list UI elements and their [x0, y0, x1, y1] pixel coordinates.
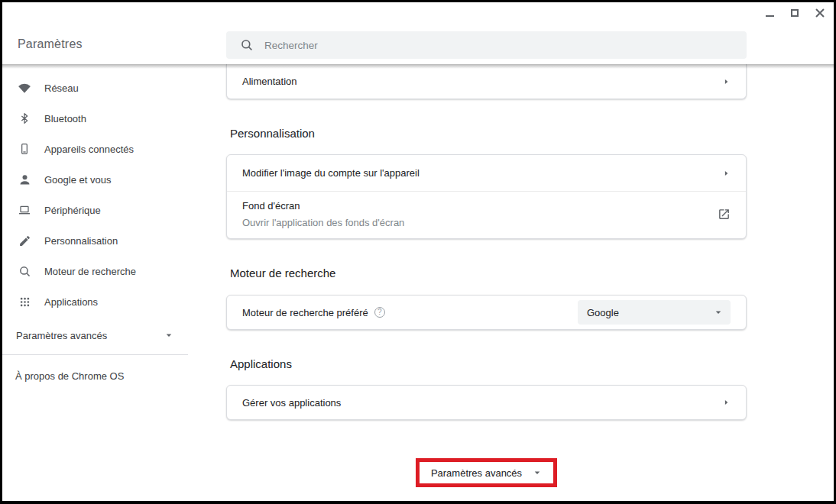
apps-grid-icon — [18, 296, 31, 308]
manage-apps-row[interactable]: Gérer vos applications — [227, 386, 746, 419]
sidebar-item-label: Personnalisation — [44, 235, 118, 247]
wifi-icon — [18, 81, 31, 95]
wallpaper-row[interactable]: Fond d'écran Ouvrir l'application des fo… — [227, 192, 746, 238]
sidebar-item-apps[interactable]: Applications — [2, 286, 226, 317]
sidebar-item-label: Réseau — [44, 82, 79, 94]
row-label: Gérer vos applications — [242, 397, 341, 409]
sidebar-item-personalization[interactable]: Personnalisation — [2, 225, 226, 256]
chevron-down-icon — [714, 308, 723, 317]
screenshot-frame: Paramètres — [0, 0, 836, 504]
sidebar-item-label: Google et vous — [44, 174, 111, 186]
sidebar-item-search-engine[interactable]: Moteur de recherche — [2, 256, 226, 286]
section-header-apps: Applications — [230, 357, 747, 370]
subpage-arrow-icon — [722, 169, 731, 178]
sidebar-item-label: Appareils connectés — [44, 144, 134, 155]
sidebar-item-bluetooth[interactable]: Bluetooth — [2, 103, 226, 134]
toolbar-shadow — [2, 64, 834, 69]
sidebar-item-device[interactable]: Périphérique — [2, 195, 226, 225]
laptop-icon — [18, 204, 31, 216]
change-account-picture-row[interactable]: Modifier l'image du compte sur l'apparei… — [227, 155, 746, 191]
row-label: Moteur de recherche préféré — [242, 307, 368, 318]
chevron-down-icon — [164, 331, 173, 340]
subpage-arrow-icon — [722, 398, 731, 407]
section-header-search-engine: Moteur de recherche — [230, 267, 747, 279]
subpage-arrow-icon — [722, 77, 731, 86]
power-row[interactable]: Alimentation — [227, 64, 746, 99]
close-icon — [815, 8, 825, 18]
search-input[interactable] — [264, 40, 737, 51]
row-sublabel: Ouvrir l'application des fonds d'écran — [242, 217, 404, 228]
bluetooth-icon — [18, 111, 31, 125]
sidebar-item-network[interactable]: Réseau — [2, 73, 226, 103]
select-value: Google — [587, 307, 619, 318]
toolbar: Paramètres — [2, 2, 834, 64]
maximize-icon — [791, 9, 799, 17]
row-label: Modifier l'image du compte sur l'apparei… — [242, 167, 420, 179]
search-icon — [18, 265, 31, 278]
main-area: Réseau Bluetooth — [2, 64, 834, 501]
maximize-button[interactable] — [787, 5, 802, 21]
search-icon — [240, 38, 254, 52]
apps-card: Gérer vos applications — [226, 385, 747, 420]
sidebar-divider — [2, 354, 188, 355]
sidebar-item-label: Applications — [44, 296, 98, 308]
chevron-down-icon — [533, 468, 542, 477]
annotation-highlight-box: Paramètres avancés — [416, 458, 557, 487]
power-card: Alimentation — [226, 64, 747, 99]
open-in-new-icon — [718, 208, 731, 221]
settings-window: Paramètres — [2, 2, 834, 501]
sidebar-advanced-toggle[interactable]: Paramètres avancés — [2, 320, 226, 351]
sidebar-item-label: Moteur de recherche — [44, 266, 136, 277]
advanced-button-area: Paramètres avancés — [226, 458, 747, 487]
search-box[interactable] — [226, 31, 747, 59]
sidebar: Réseau Bluetooth — [2, 64, 226, 501]
row-label: Alimentation — [242, 76, 297, 87]
minimize-icon — [766, 15, 774, 17]
section-header-personalization: Personnalisation — [230, 127, 747, 140]
advanced-settings-button[interactable]: Paramètres avancés — [420, 462, 553, 483]
preferred-search-engine-row: Moteur de recherche préféré ? Google — [227, 296, 746, 329]
minimize-button[interactable] — [762, 5, 777, 21]
person-icon — [18, 173, 31, 186]
search-engine-card: Moteur de recherche préféré ? Google — [226, 295, 747, 330]
settings-content: Alimentation Personnalisation Modifier l… — [226, 64, 747, 501]
personalization-card: Modifier l'image du compte sur l'apparei… — [226, 154, 747, 239]
close-button[interactable] — [812, 5, 828, 21]
search-engine-select[interactable]: Google — [578, 300, 731, 325]
sidebar-item-about-chrome-os[interactable]: À propos de Chrome OS — [2, 360, 226, 391]
help-icon[interactable]: ? — [374, 307, 385, 318]
sidebar-item-connected-devices[interactable]: Appareils connectés — [2, 134, 226, 164]
window-controls — [762, 5, 828, 21]
row-label: Fond d'écran — [242, 200, 404, 212]
pen-icon — [18, 234, 31, 247]
sidebar-item-google-you[interactable]: Google et vous — [2, 164, 226, 195]
page-title: Paramètres — [18, 37, 83, 51]
smartphone-icon — [18, 142, 31, 156]
sidebar-item-label: Bluetooth — [44, 113, 86, 124]
sidebar-item-label: Périphérique — [44, 205, 101, 216]
